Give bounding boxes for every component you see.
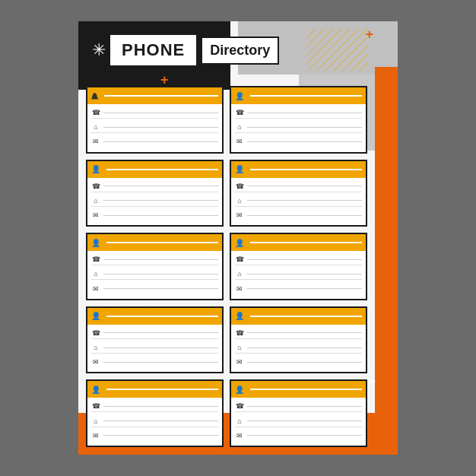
- email-icon: ✉: [235, 138, 244, 145]
- home-icon: ⌂: [91, 197, 100, 205]
- email-row: ✉: [235, 358, 362, 367]
- home-icon: ⌂: [235, 197, 244, 205]
- phone-icon: ☎: [235, 329, 244, 337]
- phone-icon: ☎: [91, 109, 100, 116]
- home-icon: ⌂: [91, 344, 100, 351]
- card-header-3: 👤: [87, 161, 222, 178]
- sparkle-decoration-2: ✳: [367, 376, 376, 388]
- home-row: ⌂: [91, 197, 218, 207]
- header-line: [106, 389, 218, 390]
- card-body-2: ☎ ⌂ ✉: [231, 104, 366, 152]
- header-line: [106, 169, 218, 170]
- card-header-7: 👤: [87, 308, 222, 325]
- phone-row: ☎: [91, 255, 218, 265]
- phone-icon: ☎: [235, 402, 244, 410]
- person-icon: 👤: [235, 386, 244, 394]
- phone-row: ☎: [91, 402, 218, 412]
- plus-decoration-2: +: [160, 73, 169, 87]
- plus-decoration-1: +: [365, 27, 373, 41]
- card-header-5: 👤: [87, 234, 222, 251]
- card-header-8: 👤: [231, 308, 366, 325]
- email-row: ✉: [235, 138, 362, 147]
- card-header-1: [87, 87, 222, 104]
- card-header-10: 👤: [231, 381, 366, 398]
- phone-icon: ☎: [91, 255, 100, 263]
- home-icon: ⌂: [91, 123, 100, 131]
- email-row: ✉: [235, 211, 362, 221]
- contact-card-3: 👤 ☎ ⌂ ✉: [86, 160, 224, 227]
- contact-card-7: 👤 ☎ ⌂ ✉: [86, 306, 224, 374]
- home-row: ⌂: [235, 123, 362, 133]
- header-line: [104, 95, 218, 97]
- phone-icon: ☎: [91, 402, 100, 410]
- person-icon: 👤: [91, 312, 100, 320]
- phone-row: ☎: [91, 109, 218, 119]
- diagonal-lines-decoration: [306, 29, 367, 71]
- home-icon: ⌂: [235, 123, 244, 131]
- person-icon: 👤: [235, 92, 244, 100]
- card-body-10: ☎ ⌂ ✉: [231, 398, 366, 446]
- contact-card-8: 👤 ☎ ⌂ ✉: [230, 306, 367, 374]
- card-body-9: ☎ ⌂ ✉: [87, 398, 222, 446]
- header-line: [250, 316, 362, 317]
- email-icon: ✉: [91, 138, 100, 145]
- home-row: ⌂: [235, 270, 362, 280]
- page: + + + ✳ ✳ ✳ Phone Directory ☎ ⌂: [78, 21, 398, 455]
- card-body-4: ☎ ⌂ ✉: [231, 178, 366, 226]
- card-body-3: ☎ ⌂ ✉: [87, 178, 222, 226]
- email-icon: ✉: [235, 358, 244, 366]
- home-row: ⌂: [91, 344, 218, 354]
- phone-icon: ☎: [91, 329, 100, 337]
- phone-label: Phone: [110, 35, 196, 65]
- phone-row: ☎: [235, 109, 362, 119]
- phone-row: ☎: [235, 402, 362, 412]
- card-body-7: ☎ ⌂ ✉: [87, 325, 222, 373]
- home-icon: ⌂: [235, 344, 244, 351]
- phone-icon: ☎: [91, 182, 100, 190]
- phone-row: ☎: [91, 182, 218, 192]
- person-icon: 👤: [235, 239, 244, 247]
- contact-card-9: 👤 ☎ ⌂ ✉: [86, 379, 224, 447]
- person-icon: 👤: [235, 165, 244, 173]
- email-icon: ✉: [91, 432, 100, 440]
- person-icon: 👤: [91, 239, 100, 247]
- email-icon: ✉: [91, 285, 100, 293]
- home-row: ⌂: [91, 270, 218, 280]
- svg-rect-1: [306, 29, 367, 71]
- email-row: ✉: [91, 432, 218, 441]
- card-header-4: 👤: [231, 161, 366, 178]
- person-icon: 👤: [91, 165, 100, 173]
- phone-row: ☎: [91, 329, 218, 339]
- contact-card-2: 👤 ☎ ⌂ ✉: [230, 86, 367, 154]
- card-body-1: ☎ ⌂ ✉: [87, 104, 222, 152]
- card-body-8: ☎ ⌂ ✉: [231, 325, 366, 373]
- header-line: [250, 95, 362, 97]
- email-row: ✉: [91, 358, 218, 367]
- home-row: ⌂: [235, 344, 362, 354]
- header: ✳ Phone Directory: [92, 35, 279, 65]
- email-row: ✉: [235, 432, 362, 441]
- card-body-6: ☎ ⌂ ✉: [231, 251, 366, 299]
- contact-card-10: 👤 ☎ ⌂ ✉: [230, 379, 367, 447]
- phone-icon: ☎: [235, 255, 244, 263]
- home-icon: ⌂: [91, 270, 100, 278]
- header-line: [250, 242, 362, 243]
- home-row: ⌂: [235, 417, 362, 427]
- card-header-2: 👤: [231, 87, 366, 104]
- person-icon: 👤: [235, 312, 244, 320]
- phone-row: ☎: [235, 182, 362, 192]
- card-header-9: 👤: [87, 381, 222, 398]
- contact-card-6: 👤 ☎ ⌂ ✉: [230, 233, 367, 300]
- person-icon: 👤: [91, 386, 100, 394]
- email-row: ✉: [235, 285, 362, 294]
- phone-row: ☎: [235, 255, 362, 265]
- contact-card-5: 👤 ☎ ⌂ ✉: [86, 233, 224, 300]
- home-icon: ⌂: [235, 417, 244, 425]
- header-line: [250, 389, 362, 390]
- home-icon: ⌂: [235, 270, 244, 278]
- email-icon: ✉: [235, 211, 244, 219]
- email-row: ✉: [91, 285, 218, 294]
- header-line: [106, 242, 218, 243]
- contacts-grid: ☎ ⌂ ✉ 👤 ☎: [86, 86, 367, 447]
- email-row: ✉: [91, 211, 218, 221]
